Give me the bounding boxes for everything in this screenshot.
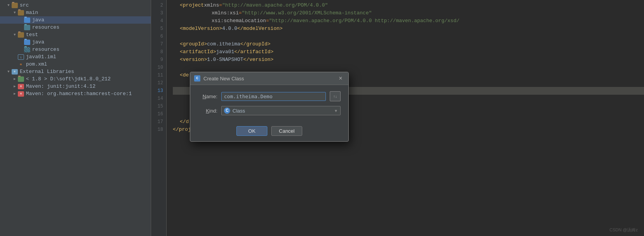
- code-line-7: <groupId> com.itheima </groupId>: [173, 40, 644, 48]
- chevron-java2: [19, 40, 23, 45]
- sidebar-item-src[interactable]: ▼ src: [0, 2, 151, 9]
- sidebar-item-label-main: main: [26, 10, 38, 16]
- sidebar-item-label-extlibs: External Libraries: [20, 69, 74, 75]
- dialog-close-button[interactable]: ×: [337, 75, 344, 82]
- sidebar-item-maven-junit[interactable]: ▶ M Maven: junit:junit:4.12: [0, 83, 151, 90]
- name-input[interactable]: [221, 92, 326, 101]
- chevron-iml: [12, 55, 17, 59]
- chevron-extlibs: ▼: [6, 69, 11, 74]
- sidebar-item-jdk18[interactable]: ▶ < 1.8 > D:\soft\jdk1.8.0_212: [0, 75, 151, 83]
- sidebar-item-java01iml[interactable]: i java01.iml: [0, 53, 151, 61]
- sidebar-item-label-src: src: [20, 2, 29, 8]
- sidebar-item-label-test: test: [26, 32, 38, 38]
- code-line-6: [173, 33, 644, 40]
- sidebar-item-label-resources: resources: [32, 24, 59, 30]
- ok-button[interactable]: OK: [236, 126, 267, 136]
- sidebar-item-label-hamcrest: Maven: org.hamcrest:hamcrest-core:1: [26, 91, 132, 97]
- sidebar-item-extlibs[interactable]: ▼ ≡ External Libraries: [0, 68, 151, 75]
- sidebar-item-label-java: java: [32, 17, 44, 23]
- file-tree: ▼ src ▼ main java resources ▼ test java …: [0, 0, 151, 236]
- sidebar-item-main[interactable]: ▼ main: [0, 9, 151, 16]
- sidebar-item-label-resources2: resources: [32, 47, 59, 52]
- chevron-junit: ▶: [12, 84, 17, 89]
- chevron-resources2: [19, 47, 23, 52]
- sidebar-item-label-java2: java: [32, 39, 44, 45]
- kind-value-label: Class: [232, 108, 334, 114]
- dialog-body: Name: ↑↓ Kind: C Class ▼: [190, 85, 348, 125]
- pom-icon: m: [18, 62, 24, 67]
- folder-icon-main: [18, 10, 24, 16]
- code-line-8: <artifactId> java01 </artifactId>: [173, 48, 644, 56]
- sidebar-item-label-junit: Maven: junit:junit:4.12: [26, 83, 95, 89]
- dialog-title-icon: C: [194, 75, 200, 82]
- extlibs-icon: ≡: [12, 69, 18, 75]
- sidebar-item-label-iml: java01.iml: [26, 54, 56, 60]
- iml-icon: i: [18, 54, 24, 60]
- folder-icon-java2: [24, 40, 30, 45]
- folder-icon-jdk: [18, 76, 24, 82]
- sidebar-item-label-jdk: < 1.8 > D:\soft\jdk1.8.0_212: [26, 76, 110, 82]
- chevron-main: ▼: [12, 10, 17, 15]
- chevron-pom: [12, 62, 17, 67]
- name-row: Name: ↑↓: [198, 91, 341, 101]
- sidebar-item-java[interactable]: java: [0, 16, 151, 24]
- sidebar-item-java2[interactable]: java: [0, 38, 151, 46]
- sidebar-item-test[interactable]: ▼ test: [0, 31, 151, 38]
- folder-icon-resources2: [24, 47, 30, 52]
- chevron-src: ▼: [6, 3, 11, 8]
- maven-icon-junit: M: [18, 84, 24, 89]
- line-numbers: 2 3 4 5 6 7 8 9 10 11 12 13 14 15 16 17 …: [151, 0, 167, 236]
- code-line-5: <modelVersion> 4.0.0 </modelVersion>: [173, 25, 644, 33]
- name-label: Name:: [198, 94, 217, 99]
- kind-select-wrapper: C Class ▼: [221, 106, 341, 115]
- cancel-button[interactable]: Cancel: [271, 126, 302, 136]
- code-editor: 2 3 4 5 6 7 8 9 10 11 12 13 14 15 16 17 …: [151, 0, 644, 236]
- chevron-hamcrest: ▶: [12, 92, 17, 96]
- maven-icon-hamcrest: M: [18, 91, 24, 97]
- code-line-10: [173, 64, 644, 71]
- code-line-3: xmlns:xsi="http://www.w3.org/2001/XMLSch…: [173, 9, 644, 17]
- folder-icon-src: [12, 3, 18, 8]
- kind-label: Kind:: [198, 108, 217, 114]
- chevron-jdk: ▶: [12, 77, 17, 82]
- sidebar-item-resources2[interactable]: resources: [0, 46, 151, 53]
- kind-row: Kind: C Class ▼: [198, 106, 341, 115]
- sort-button[interactable]: ↑↓: [330, 91, 341, 101]
- chevron-test: ▼: [12, 33, 17, 37]
- chevron-java: [19, 18, 23, 23]
- chevron-down-icon: ▼: [334, 109, 338, 113]
- sidebar-item-pomxml[interactable]: m pom.xml: [0, 61, 151, 68]
- sidebar-item-label-pom: pom.xml: [26, 61, 47, 67]
- dialog-titlebar: C Create New Class ×: [190, 72, 348, 85]
- folder-icon-resources: [24, 25, 30, 30]
- sidebar-item-resources[interactable]: resources: [0, 24, 151, 31]
- dialog-title-text: Create New Class: [203, 76, 334, 82]
- sidebar-item-maven-hamcrest[interactable]: ▶ M Maven: org.hamcrest:hamcrest-core:1: [0, 90, 151, 97]
- kind-dropdown[interactable]: C Class ▼: [221, 106, 341, 115]
- code-line-4: xsi:schemaLocation="http://maven.apache.…: [173, 17, 644, 25]
- kind-class-icon: C: [224, 108, 230, 114]
- folder-icon-java: [24, 17, 30, 23]
- chevron-resources: [19, 25, 23, 30]
- watermark: CSDN @汤姆z: [610, 227, 638, 233]
- create-class-dialog: C Create New Class × Name: ↑↓ Kind:: [190, 72, 349, 142]
- code-line-2: <project xmlns="http://maven.apache.org/…: [173, 2, 644, 9]
- code-line-9: <version> 1.0-SNAPSHOT </version>: [173, 56, 644, 64]
- folder-icon-test: [18, 32, 24, 38]
- dialog-footer: OK Cancel: [190, 125, 348, 141]
